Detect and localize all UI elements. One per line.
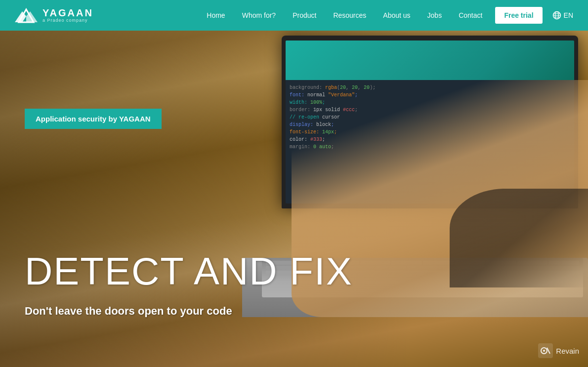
nav-subtitle: a Pradeo company <box>42 18 93 23</box>
nav-link-resources[interactable]: Resources <box>326 7 373 23</box>
nav-language-selector[interactable]: EN <box>552 11 573 20</box>
nav-link-product[interactable]: Product <box>286 7 323 23</box>
nav-logo-text: YAGAAN a Pradeo company <box>42 8 93 23</box>
nav-logo[interactable]: YAGAAN a Pradeo company <box>15 5 93 25</box>
nav-link-whom-for[interactable]: Whom for? <box>235 7 283 23</box>
badge-text: Application security by YAGAAN <box>36 115 151 123</box>
hero-headline: DETECT AND FIX <box>25 252 353 290</box>
nav-lang-label: EN <box>564 11 573 19</box>
nav-link-jobs[interactable]: Jobs <box>420 7 449 23</box>
free-trial-button[interactable]: Free trial <box>495 7 542 24</box>
nav-brand-name: YAGAAN <box>42 8 93 18</box>
nav-link-home[interactable]: Home <box>200 7 232 23</box>
svg-rect-0 <box>538 343 553 358</box>
nav-link-contact[interactable]: Contact <box>452 7 489 23</box>
revain-label: Revain <box>556 347 579 355</box>
nav-link-about-us[interactable]: About us <box>376 7 417 23</box>
hero-subtext: Don't leave the doors open to your code <box>25 305 232 318</box>
revain-icon <box>538 343 553 358</box>
hero-section: background: rgba(20, 20, 20); font: norm… <box>0 0 588 367</box>
svg-point-2 <box>543 350 545 352</box>
globe-icon <box>552 11 561 20</box>
navbar: YAGAAN a Pradeo company Home Whom for? P… <box>0 0 588 31</box>
revain-badge: Revain <box>538 343 579 358</box>
nav-links: Home Whom for? Product Resources About u… <box>200 7 573 24</box>
hero-badge: Application security by YAGAAN <box>25 109 162 129</box>
yagaan-logo-icon <box>15 5 38 25</box>
